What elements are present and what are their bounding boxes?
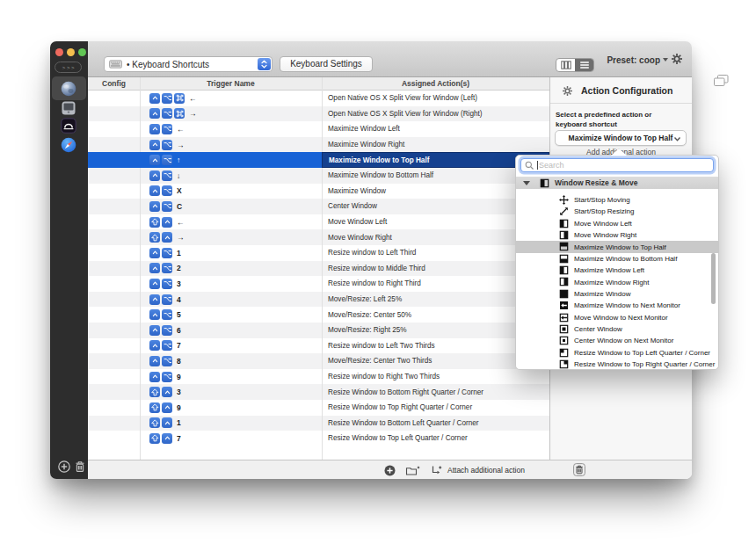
settings-gear-icon[interactable] xyxy=(671,53,683,69)
cmd-key-icon xyxy=(174,93,185,104)
table-cell-config xyxy=(88,137,140,153)
trigger-suffix: → xyxy=(177,141,185,149)
keyboard-settings-button[interactable]: Keyboard Settings xyxy=(280,56,373,72)
minimize-button[interactable] xyxy=(67,48,75,56)
preset-dropdown[interactable]: Preset: coop xyxy=(603,53,668,67)
table-cell-config xyxy=(88,168,140,184)
table-row[interactable]: ↓Maximize Window to Bottom Half xyxy=(88,168,549,184)
bottom-bar: Attach additional action xyxy=(88,460,692,479)
popover-item[interactable]: Maximize Window to Next Monitor xyxy=(516,300,718,311)
popover-item[interactable]: Maximize Window Right xyxy=(516,276,718,287)
attach-additional-action-label[interactable]: Attach additional action xyxy=(447,460,525,479)
table-row[interactable]: ↑Maximize Window to Top Half xyxy=(88,152,549,168)
popover-item[interactable]: Move Window Right xyxy=(516,229,718,241)
table-row[interactable]: 4Move/Resize: Left 25% xyxy=(88,292,549,308)
table-row[interactable]: 1Resize Window to Bottom Left Quarter / … xyxy=(88,416,549,431)
table-cell-trigger: ← xyxy=(140,217,322,228)
table-row[interactable]: 3Resize window to Right Third xyxy=(88,276,549,292)
table-cell-trigger: 5 xyxy=(140,309,322,320)
popover-item[interactable]: Center Window xyxy=(516,323,718,335)
table-row[interactable]: 6Move/Resize: Right 25% xyxy=(88,323,549,338)
search-field[interactable] xyxy=(520,158,714,172)
trigger-suffix: 9 xyxy=(177,403,181,412)
table-row[interactable]: →Maximize Window Right xyxy=(88,137,549,153)
popover-item[interactable]: Maximize Window xyxy=(516,288,718,300)
table-row[interactable]: ←Open Native OS X Split View for Window … xyxy=(88,91,549,106)
table-cell-trigger: 9 xyxy=(140,372,322,382)
sidebar-expander-button[interactable]: >>> xyxy=(55,62,82,73)
close-button[interactable] xyxy=(55,48,63,56)
table-cell-config xyxy=(88,384,140,400)
opt-key-icon xyxy=(162,124,172,134)
popover-item[interactable]: Resize Window to Top Right Quarter / Cor… xyxy=(516,359,718,370)
search-icon xyxy=(525,161,534,170)
selected-action-dropdown[interactable]: Maximize Window to Top Half xyxy=(555,130,687,146)
popover-item[interactable]: Move Window Left xyxy=(516,218,718,229)
table-row[interactable]: 9Resize Window to Top Right Quarter / Co… xyxy=(88,400,549,416)
shift-key-icon xyxy=(149,387,160,397)
popover-item[interactable]: Center Window on Next Monitor xyxy=(516,335,718,346)
trigger-suffix: → xyxy=(189,109,197,118)
hat-app-icon[interactable] xyxy=(61,118,76,137)
popover-item[interactable]: Start/Stop Resizing xyxy=(516,206,718,217)
cmd-key-icon xyxy=(174,108,185,119)
opt-key-icon xyxy=(162,201,172,212)
popover-item[interactable]: Maximize Window to Bottom Half xyxy=(516,253,718,265)
view-toggle-columns-button[interactable] xyxy=(556,59,575,71)
disclosure-triangle-icon[interactable] xyxy=(523,181,530,185)
column-header-trigger: Trigger Name xyxy=(140,77,322,90)
popover-item-label: Start/Stop Moving xyxy=(574,196,630,204)
view-toggle-list-button[interactable] xyxy=(575,59,593,71)
popover-item[interactable]: Maximize Window to Top Half xyxy=(516,241,718,252)
popover-item[interactable]: Start/Stop Moving xyxy=(516,194,718,206)
table-row[interactable]: 8Move/Resize: Center Two Thirds xyxy=(88,353,549,369)
popover-item-label: Maximize Window xyxy=(574,290,630,298)
detach-panel-icon[interactable] xyxy=(714,75,729,91)
opt-key-icon xyxy=(162,325,172,336)
sidebar: >>> xyxy=(50,41,88,479)
sidebar-trash-icon[interactable] xyxy=(75,460,85,476)
popover-item[interactable]: Maximize Window Left xyxy=(516,265,718,276)
table-row[interactable]: 7Resize window to Left Two Thirds xyxy=(88,338,549,354)
table-row[interactable]: →Move Window Right xyxy=(88,229,549,245)
table-cell-config xyxy=(88,276,140,292)
window-top-half-icon xyxy=(559,242,569,251)
table-cell-trigger: 2 xyxy=(140,263,322,273)
table-row[interactable]: XMaximize Window xyxy=(88,184,549,199)
popover-item-label: Resize Window to Top Left Quarter / Corn… xyxy=(574,349,710,357)
table-row[interactable]: CCenter Window xyxy=(88,199,549,214)
popover-item[interactable]: Move Window to Next Monitor xyxy=(516,312,718,323)
resize-icon xyxy=(559,207,569,216)
zoom-button[interactable] xyxy=(78,48,86,56)
delete-trigger-button[interactable] xyxy=(573,463,585,480)
ctrl-key-icon xyxy=(149,294,160,305)
table-row[interactable]: ←Maximize Window Left xyxy=(88,121,549,137)
ctrl-key-icon xyxy=(162,217,172,228)
table-cell-trigger: 1 xyxy=(140,417,322,428)
table-row[interactable]: →Open Native OS X Split View for Window … xyxy=(88,106,549,122)
table-cell-config xyxy=(88,229,140,245)
ctrl-key-icon xyxy=(162,433,172,444)
table-row[interactable]: 2Resize window to Middle Third xyxy=(88,261,549,277)
compass-app-icon[interactable] xyxy=(61,137,76,156)
search-input[interactable] xyxy=(539,161,709,170)
popover-group-header[interactable]: Window Resize & Move xyxy=(516,177,718,189)
popover-item[interactable]: Resize Window to Top Left Quarter / Corn… xyxy=(516,347,718,359)
table-row[interactable]: 5Move/Resize: Center 50% xyxy=(88,307,549,323)
ctrl-key-icon xyxy=(149,356,160,366)
globe-app-icon[interactable] xyxy=(61,81,76,100)
device-app-icon[interactable] xyxy=(61,100,76,120)
table-row[interactable]: 1Resize window to Left Third xyxy=(88,245,549,261)
popover-scrollbar[interactable] xyxy=(711,253,716,304)
window-top-left-quarter-icon xyxy=(559,348,569,358)
popover-item-label: Maximize Window to Bottom Half xyxy=(574,255,677,263)
add-action-button[interactable] xyxy=(384,464,396,480)
table-row[interactable]: 9Resize window to Right Two Thirds xyxy=(88,369,549,385)
add-trigger-button[interactable] xyxy=(58,460,70,476)
table-row[interactable]: 3Resize Window to Bottom Right Quarter /… xyxy=(88,384,549,400)
attach-additional-action-button[interactable] xyxy=(431,464,443,480)
config-type-dropdown[interactable]: • Keyboard Shortcuts xyxy=(104,56,273,72)
table-row[interactable]: 7Resize Window to Top Left Quarter / Cor… xyxy=(88,431,549,446)
add-group-button[interactable] xyxy=(405,464,420,480)
table-row[interactable]: ←Move Window Left xyxy=(88,214,549,230)
